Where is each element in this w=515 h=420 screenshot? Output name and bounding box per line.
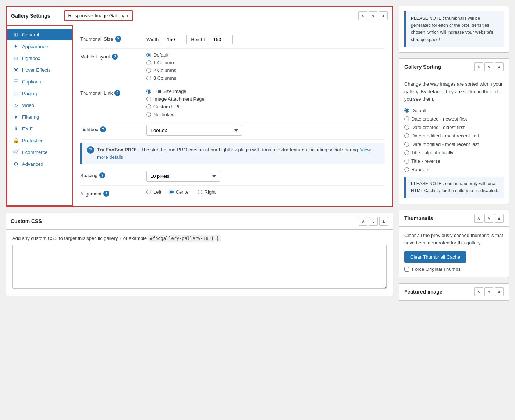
mobile-default-option[interactable]: Default <box>146 52 385 58</box>
css-collapse-button[interactable]: ▲ <box>379 217 388 226</box>
sort-title-alpha-option[interactable]: Title - alphabetically <box>404 150 504 155</box>
appearance-icon: ✦ <box>13 43 19 49</box>
sort-default-label: Default <box>411 108 426 113</box>
hover-effects-icon: ⚒ <box>13 67 19 73</box>
align-left-radio[interactable] <box>146 190 151 194</box>
sidebar-item-video[interactable]: ▷ Video <box>7 99 72 111</box>
sidebar-item-hover-effects[interactable]: ⚒ Hover Effects <box>7 64 72 76</box>
sort-date-modified-recent-option[interactable]: Date modified - most recent first <box>404 133 504 139</box>
width-input[interactable] <box>161 35 187 44</box>
sort-date-modified-recent-label: Date modified - most recent first <box>411 133 479 139</box>
align-center-option[interactable]: Center <box>169 189 190 195</box>
collapse-button[interactable]: ▲ <box>379 11 388 20</box>
mobile-2col-radio[interactable] <box>146 68 151 73</box>
mobile-layout-help-icon[interactable]: ? <box>112 54 118 60</box>
sort-date-oldest-radio[interactable] <box>404 125 409 130</box>
featured-collapse-button[interactable]: ▲ <box>495 287 504 296</box>
captions-icon: ☰ <box>13 79 19 85</box>
css-move-down-button[interactable]: ∨ <box>369 217 378 226</box>
link-none-option[interactable]: Not linked <box>146 112 385 117</box>
thumbnail-size-help-icon[interactable]: ? <box>115 36 121 42</box>
custom-css-textarea[interactable] <box>12 245 387 289</box>
sort-default-radio[interactable] <box>404 108 409 113</box>
link-attachment-radio[interactable] <box>146 97 151 101</box>
move-down-button[interactable]: ∨ <box>369 11 377 20</box>
sort-title-reverse-radio[interactable] <box>404 159 409 164</box>
height-group: Height <box>191 35 233 44</box>
sidebar-item-paging[interactable]: ◫ Paging <box>7 87 72 99</box>
link-custom-radio[interactable] <box>146 104 151 109</box>
sidebar-item-captions[interactable]: ☰ Captions <box>7 76 72 87</box>
alignment-row: Alignment ? Left Cen <box>80 186 385 200</box>
sidebar-item-protection[interactable]: 🔒 Protection <box>7 134 72 146</box>
link-custom-option[interactable]: Custom URL <box>146 104 385 110</box>
sort-date-oldest-option[interactable]: Date created - oldest first <box>404 125 504 130</box>
align-center-radio[interactable] <box>169 190 174 194</box>
clear-thumbnail-cache-button[interactable]: Clear Thumbnail Cache <box>404 251 466 263</box>
featured-move-up-button[interactable]: ∧ <box>474 287 483 296</box>
sidebar-item-label: Ecommerce <box>22 150 47 155</box>
link-none-radio[interactable] <box>146 112 151 117</box>
force-original-thumbs-checkbox[interactable] <box>404 267 409 272</box>
top-note-panel: PLEASE NOTE : thumbnails will be generat… <box>399 6 509 53</box>
sidebar-item-general[interactable]: ⊞ General <box>7 29 72 40</box>
align-right-option[interactable]: Right <box>198 189 216 195</box>
sort-date-newest-radio[interactable] <box>404 116 409 121</box>
gallery-dropdown[interactable]: Responsive Image Gallery ▾ <box>64 10 133 21</box>
link-fullsize-radio[interactable] <box>146 89 151 94</box>
thumbnails-collapse-button[interactable]: ▲ <box>495 214 504 223</box>
mobile-3col-label: 3 Columns <box>153 75 176 81</box>
sidebar-item-label: General <box>22 32 39 37</box>
sidebar-item-label: Filtering <box>22 114 39 120</box>
sorting-collapse-button[interactable]: ▲ <box>495 62 504 71</box>
thumbnail-link-options: Full Size Image Image Attachment Page Cu… <box>146 89 385 117</box>
mobile-1col-option[interactable]: 1 Column <box>146 60 385 65</box>
spacing-select[interactable]: 5 pixels 10 pixels 15 pixels 20 pixels <box>146 171 220 182</box>
thumbnails-body: Clear all the previously cached thumbnai… <box>399 227 509 277</box>
mobile-default-radio[interactable] <box>146 53 151 57</box>
sort-default-option[interactable]: Default <box>404 108 504 113</box>
sidebar-item-ecommerce[interactable]: 🛒 Ecommerce <box>7 146 72 158</box>
top-note-box: PLEASE NOTE : thumbnails will be generat… <box>404 11 504 47</box>
mobile-2col-option[interactable]: 2 Columns <box>146 68 385 73</box>
sidebar-item-exif[interactable]: ℹ EXIF <box>7 123 72 134</box>
sidebar-item-advanced[interactable]: ⚙ Advanced <box>7 158 72 170</box>
css-move-up-button[interactable]: ∧ <box>359 217 367 226</box>
alignment-help-icon[interactable]: ? <box>103 191 109 197</box>
sidebar-item-lightbox[interactable]: ⊟ Lightbox <box>7 52 72 64</box>
sort-date-modified-last-option[interactable]: Date modified - most recent last <box>404 141 504 147</box>
thumbnail-link-help-icon[interactable]: ? <box>114 90 120 96</box>
mobile-layout-radio-group: Default 1 Column 2 Columns <box>146 52 385 81</box>
spacing-help-icon[interactable]: ? <box>99 172 105 178</box>
mobile-3col-option[interactable]: 3 Columns <box>146 75 385 81</box>
link-attachment-option[interactable]: Image Attachment Page <box>146 96 385 102</box>
mobile-1col-radio[interactable] <box>146 60 151 65</box>
lightbox-select[interactable]: FooBox None Custom <box>146 125 242 136</box>
foobox-pro-link[interactable]: View more details <box>97 147 371 160</box>
move-up-button[interactable]: ∧ <box>358 11 367 20</box>
sort-date-modified-last-radio[interactable] <box>404 142 409 147</box>
sort-title-reverse-option[interactable]: Title - reverse <box>404 158 504 164</box>
mobile-3col-radio[interactable] <box>146 76 151 80</box>
custom-css-body: Add any custom CSS to target this specif… <box>6 230 393 296</box>
sort-date-newest-option[interactable]: Date created - newest first <box>404 116 504 122</box>
thumbnails-panel: Thumbnails ∧ ∨ ▲ Clear all the previousl… <box>399 210 509 278</box>
lightbox-help-icon[interactable]: ? <box>100 126 106 132</box>
sorting-move-up-button[interactable]: ∧ <box>474 62 483 71</box>
thumbnails-move-up-button[interactable]: ∧ <box>474 214 483 223</box>
sidebar-item-filtering[interactable]: ▼ Filtering <box>7 111 72 123</box>
sort-random-radio[interactable] <box>404 167 409 172</box>
sort-random-option[interactable]: Random <box>404 167 504 172</box>
height-input[interactable] <box>207 35 233 44</box>
sorting-move-down-button[interactable]: ∨ <box>484 62 493 71</box>
link-custom-label: Custom URL <box>153 104 181 110</box>
panel-controls: ∧ ∨ ▲ <box>358 11 388 20</box>
sort-date-modified-recent-radio[interactable] <box>404 133 409 138</box>
thumbnails-move-down-button[interactable]: ∨ <box>484 214 493 223</box>
align-right-radio[interactable] <box>198 190 202 194</box>
align-left-option[interactable]: Left <box>146 189 161 195</box>
featured-move-down-button[interactable]: ∨ <box>484 287 493 296</box>
link-fullsize-option[interactable]: Full Size Image <box>146 89 385 94</box>
sort-title-alpha-radio[interactable] <box>404 150 409 155</box>
sidebar-item-appearance[interactable]: ✦ Appearance <box>7 40 72 52</box>
